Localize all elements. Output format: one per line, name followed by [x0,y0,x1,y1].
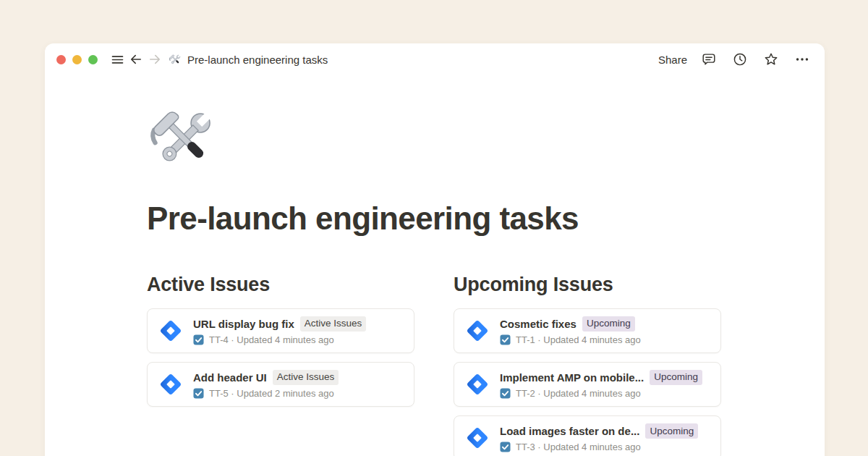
comment-bubble-icon [701,51,717,67]
issue-card[interactable]: URL display bug fix Active Issues TT-4 ·… [147,308,414,353]
issue-status-tag: Upcoming [645,423,698,439]
issue-status-tag: Upcoming [650,370,702,385]
window-controls [56,55,98,64]
minimize-window-button[interactable] [72,55,82,64]
titlebar: Pre-launch engineering tasks Share [45,43,825,75]
column-heading: Upcoming Issues [454,274,721,296]
jira-icon [464,371,490,397]
back-arrow-icon [129,52,143,67]
checked-checkbox-icon[interactable] [500,334,511,345]
checked-checkbox-icon[interactable] [193,334,204,345]
more-options-button[interactable] [793,50,812,69]
column-active-issues: Active Issues URL display bug fix Active… [147,274,414,456]
clock-icon [732,51,748,67]
issue-meta: TT-3 · Updated 4 minutes ago [516,442,641,452]
issue-status-tag: Upcoming [582,316,635,332]
issue-title: URL display bug fix [193,318,294,330]
breadcrumb-page-title[interactable]: Pre-launch engineering tasks [187,54,328,66]
updates-button[interactable] [731,50,749,69]
share-button[interactable]: Share [658,54,687,66]
checked-checkbox-icon[interactable] [500,388,511,399]
star-icon [763,51,779,67]
issue-title: Add header UI [193,371,267,384]
app-window: Pre-launch engineering tasks Share Pre-l… [45,43,825,456]
issue-meta: TT-2 · Updated 4 minutes ago [516,388,641,399]
issue-meta: TT-1 · Updated 4 minutes ago [516,334,641,345]
column-upcoming-issues: Upcoming Issues Cosmetic fixes Upcoming … [454,274,721,456]
issue-title: Implement AMP on mobile... [500,371,644,384]
close-window-button[interactable] [56,55,66,64]
issue-title: Load images faster on de... [500,425,639,437]
forward-button[interactable] [145,50,164,69]
issue-card[interactable]: Implement AMP on mobile... Upcoming TT-2… [454,362,721,407]
comments-button[interactable] [699,50,718,69]
favorite-button[interactable] [762,50,780,69]
page-content: Pre-launch engineering tasks Active Issu… [45,75,825,456]
column-heading: Active Issues [147,274,414,296]
hammer-and-wrench-icon [169,53,182,67]
jira-icon [158,371,184,397]
zoom-window-button[interactable] [88,55,98,64]
titlebar-actions: Share [658,50,812,69]
issue-status-tag: Active Issues [273,370,339,385]
issue-card[interactable]: Add header UI Active Issues TT-5 · Updat… [147,362,414,407]
jira-icon [464,425,490,451]
page-icon-hammer-and-wrench[interactable] [147,101,723,177]
issue-meta: TT-4 · Updated 4 minutes ago [209,334,334,345]
page-title: Pre-launch engineering tasks [147,200,723,237]
jira-icon [158,318,184,344]
jira-icon [464,318,490,344]
back-button[interactable] [127,50,145,69]
checked-checkbox-icon[interactable] [500,442,511,452]
checked-checkbox-icon[interactable] [193,388,204,399]
issue-card[interactable]: Load images faster on de... Upcoming TT-… [454,415,721,456]
ellipsis-icon [794,51,810,67]
issue-columns: Active Issues URL display bug fix Active… [147,274,723,456]
issue-status-tag: Active Issues [300,316,367,332]
issue-title: Cosmetic fixes [500,318,576,330]
issue-meta: TT-5 · Updated 2 minutes ago [209,388,334,399]
sidebar-toggle-button[interactable] [108,50,127,69]
issue-card[interactable]: Cosmetic fixes Upcoming TT-1 · Updated 4… [454,308,721,353]
hamburger-icon [110,52,125,67]
forward-arrow-icon [148,52,162,67]
